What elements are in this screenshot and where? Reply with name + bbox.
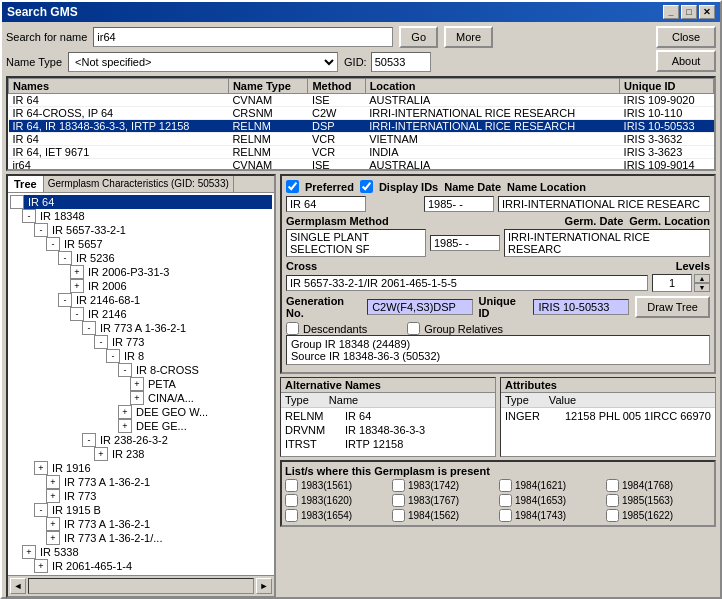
tree-toggle[interactable]: -: [94, 335, 108, 349]
list-checkbox[interactable]: [392, 479, 405, 492]
close-button[interactable]: Close: [656, 26, 716, 48]
tree-item[interactable]: -IR 2146-68-1: [10, 293, 272, 307]
table-row[interactable]: IR 64, IET 9671RELNMVCRINDIAIRIS 3-3623: [9, 146, 714, 159]
list-item: 1984(1653): [499, 494, 604, 507]
tree-toggle[interactable]: +: [130, 377, 144, 391]
tree-toggle[interactable]: -: [22, 209, 36, 223]
tree-toggle[interactable]: -: [82, 433, 96, 447]
tree-item[interactable]: +IR 1916: [10, 461, 272, 475]
tree-item[interactable]: -IR 5236: [10, 251, 272, 265]
about-button[interactable]: About: [656, 50, 716, 72]
tree-toggle[interactable]: -: [118, 363, 132, 377]
tab-tree[interactable]: Tree: [8, 176, 44, 192]
tree-toggle[interactable]: +: [118, 419, 132, 433]
display-ids-checkbox[interactable]: [360, 180, 373, 193]
col-method: Method: [308, 79, 365, 94]
tree-item[interactable]: +IR 773 A 1-36-2-1: [10, 475, 272, 489]
tree-item[interactable]: +IR 238: [10, 447, 272, 461]
tree-toggle[interactable]: +: [46, 517, 60, 531]
tree-toggle[interactable]: -: [58, 251, 72, 265]
list-checkbox[interactable]: [499, 479, 512, 492]
more-button[interactable]: More: [444, 26, 493, 48]
tree-toggle[interactable]: +: [70, 279, 84, 293]
tree-scroll-right[interactable]: ►: [256, 578, 272, 594]
list-checkbox[interactable]: [285, 494, 298, 507]
tree-item[interactable]: -IR 773 A 1-36-2-1: [10, 321, 272, 335]
list-checkbox[interactable]: [606, 509, 619, 522]
tree-item[interactable]: -IR 18348: [10, 209, 272, 223]
tree-toggle[interactable]: +: [70, 265, 84, 279]
name-type-select[interactable]: <Not specified>: [68, 52, 338, 72]
tree-toggle[interactable]: +: [34, 559, 48, 573]
tree-toggle[interactable]: +: [94, 447, 108, 461]
tree-toggle[interactable]: +: [46, 489, 60, 503]
tree-toggle[interactable]: -: [10, 195, 24, 209]
levels-input[interactable]: [652, 274, 692, 292]
tree-toggle[interactable]: +: [118, 405, 132, 419]
list-checkbox[interactable]: [285, 479, 298, 492]
list-checkbox[interactable]: [285, 509, 298, 522]
group-relatives-checkbox[interactable]: [407, 322, 420, 335]
maximize-button[interactable]: □: [681, 5, 697, 19]
tree-toggle[interactable]: -: [58, 293, 72, 307]
tree-item[interactable]: -IR 64: [10, 195, 272, 209]
tree-item[interactable]: +IR 773: [10, 489, 272, 503]
tree-item[interactable]: -IR 2146: [10, 307, 272, 321]
tree-scroll-left[interactable]: ◄: [10, 578, 26, 594]
descendants-checkbox[interactable]: [286, 322, 299, 335]
table-row[interactable]: IR 64-CROSS, IP 64CRSNMC2WIRRI-INTERNATI…: [9, 107, 714, 120]
tree-toggle[interactable]: -: [46, 237, 60, 251]
tree-item[interactable]: -IR 1915 B: [10, 503, 272, 517]
tree-toggle[interactable]: +: [22, 545, 36, 559]
tree-item[interactable]: +DEE GEO W...: [10, 405, 272, 419]
tree-item[interactable]: +IR 2006: [10, 279, 272, 293]
levels-up[interactable]: ▲: [694, 274, 710, 283]
tree-item[interactable]: -IR 5657: [10, 237, 272, 251]
close-window-button[interactable]: ✕: [699, 5, 715, 19]
tree-item[interactable]: +IR 2061-465-1-4: [10, 559, 272, 573]
draw-tree-button[interactable]: Draw Tree: [635, 296, 710, 318]
tree-toggle[interactable]: -: [34, 503, 48, 517]
search-input[interactable]: [93, 27, 393, 47]
gid-input[interactable]: [371, 52, 431, 72]
list-checkbox[interactable]: [392, 509, 405, 522]
tree-toggle[interactable]: +: [34, 461, 48, 475]
go-button[interactable]: Go: [399, 26, 438, 48]
table-row[interactable]: IR 64RELNMVCRVIETNAMIRIS 3-3632: [9, 133, 714, 146]
tree-item[interactable]: +DEE GE...: [10, 419, 272, 433]
tree-scrollbar-track[interactable]: [28, 578, 254, 594]
tree-item[interactable]: -IR 8-CROSS: [10, 363, 272, 377]
list-checkbox[interactable]: [499, 509, 512, 522]
tree-item[interactable]: -IR 238-26-3-2: [10, 433, 272, 447]
tree-toggle[interactable]: -: [70, 307, 84, 321]
table-row[interactable]: IR 64, IR 18348-36-3-3, IRTP 12158RELNMD…: [9, 120, 714, 133]
tree-toggle[interactable]: +: [46, 475, 60, 489]
levels-down[interactable]: ▼: [694, 283, 710, 292]
list-checkbox[interactable]: [606, 479, 619, 492]
tree-item[interactable]: +IR 5338: [10, 545, 272, 559]
preferred-checkbox[interactable]: [286, 180, 299, 193]
list-checkbox[interactable]: [392, 494, 405, 507]
tree-item[interactable]: +CINA/A...: [10, 391, 272, 405]
tree-item[interactable]: +IR 773 A 1-36-2-1: [10, 517, 272, 531]
table-row[interactable]: IR 64CVNAMISEAUSTRALIAIRIS 109-9020: [9, 94, 714, 107]
tree-toggle[interactable]: +: [46, 531, 60, 545]
tree-item[interactable]: -IR 8: [10, 349, 272, 363]
tree-item[interactable]: +PETA: [10, 377, 272, 391]
tree-item[interactable]: -IR 5657-33-2-1: [10, 223, 272, 237]
tree-item[interactable]: +IR 773 A 1-36-2-1/...: [10, 531, 272, 545]
list-checkbox[interactable]: [499, 494, 512, 507]
tree-toggle[interactable]: -: [82, 321, 96, 335]
table-row[interactable]: ir64CVNAMISEAUSTRALIAIRIS 109-9014: [9, 159, 714, 172]
tree-toggle[interactable]: -: [106, 349, 120, 363]
tab-characteristics[interactable]: Germplasm Characteristics (GID: 50533): [44, 176, 234, 192]
tree-item[interactable]: -IR 773: [10, 335, 272, 349]
tree-item-label: IR 1915 B: [50, 504, 101, 516]
minimize-button[interactable]: _: [663, 5, 679, 19]
list-checkbox[interactable]: [606, 494, 619, 507]
descendants-label: Descendants: [303, 323, 367, 335]
tree-item-label: IR 238: [110, 448, 144, 460]
tree-toggle[interactable]: -: [34, 223, 48, 237]
tree-item[interactable]: +IR 2006-P3-31-3: [10, 265, 272, 279]
tree-toggle[interactable]: +: [130, 391, 144, 405]
